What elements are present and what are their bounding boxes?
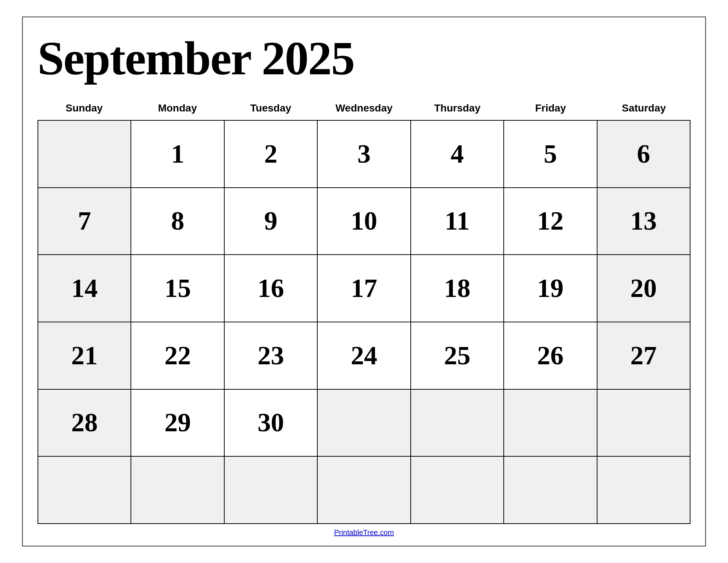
calendar-day-22: 22 [131, 322, 224, 390]
calendar-day-10: 10 [318, 188, 411, 255]
calendar-day-4: 4 [411, 121, 504, 188]
date-number: 15 [164, 273, 191, 304]
date-number: 26 [537, 340, 564, 371]
day-header-thursday: Thursday [411, 99, 504, 117]
calendar-day-13: 13 [597, 188, 690, 255]
calendar-day-14: 14 [38, 255, 131, 322]
calendar-day-30: 30 [225, 390, 318, 457]
date-number: 24 [351, 340, 377, 371]
calendar-grid: 1234567891011121314151617181920212223242… [38, 120, 690, 524]
day-header-saturday: Saturday [597, 99, 690, 117]
calendar-day-15: 15 [131, 255, 224, 322]
day-header-tuesday: Tuesday [224, 99, 317, 117]
calendar-day-6: 6 [597, 121, 690, 188]
calendar-day-20: 20 [597, 255, 690, 322]
calendar-day-9: 9 [225, 188, 318, 255]
footer-link[interactable]: PrintableTree.com [334, 528, 394, 537]
calendar-day-empty [131, 457, 224, 524]
calendar-day-empty [225, 457, 318, 524]
calendar-day-28: 28 [38, 390, 131, 457]
calendar-day-11: 11 [411, 188, 504, 255]
calendar-day-empty [504, 457, 597, 524]
day-header-friday: Friday [504, 99, 597, 117]
date-number: 20 [630, 273, 657, 304]
calendar-day-3: 3 [318, 121, 411, 188]
date-number: 2 [264, 139, 278, 169]
date-number: 17 [351, 273, 377, 304]
calendar-day-12: 12 [504, 188, 597, 255]
calendar-day-17: 17 [318, 255, 411, 322]
calendar-day-1: 1 [131, 121, 224, 188]
date-number: 4 [450, 139, 464, 169]
date-number: 13 [630, 206, 657, 236]
footer: PrintableTree.com [38, 524, 690, 538]
calendar-title: September 2025 [38, 28, 690, 99]
calendar-day-29: 29 [131, 390, 224, 457]
calendar-day-25: 25 [411, 322, 504, 390]
date-number: 10 [351, 206, 377, 236]
date-number: 21 [71, 340, 98, 371]
calendar-day-18: 18 [411, 255, 504, 322]
date-number: 29 [164, 407, 191, 438]
date-number: 27 [630, 340, 657, 371]
date-number: 16 [258, 273, 284, 304]
date-number: 11 [445, 206, 470, 236]
calendar-day-empty [597, 390, 690, 457]
date-number: 19 [537, 273, 564, 304]
date-number: 3 [357, 139, 371, 169]
date-number: 8 [171, 206, 184, 236]
date-number: 1 [171, 139, 184, 169]
calendar-day-19: 19 [504, 255, 597, 322]
calendar-day-empty [38, 457, 131, 524]
date-number: 30 [258, 407, 284, 438]
date-number: 9 [264, 206, 278, 236]
calendar-day-21: 21 [38, 322, 131, 390]
date-number: 5 [544, 139, 557, 169]
date-number: 22 [164, 340, 191, 371]
calendar-day-empty [411, 390, 504, 457]
calendar-day-23: 23 [225, 322, 318, 390]
date-number: 6 [637, 139, 650, 169]
day-header-wednesday: Wednesday [317, 99, 411, 117]
calendar-day-empty [504, 390, 597, 457]
date-number: 7 [78, 206, 91, 236]
calendar-day-7: 7 [38, 188, 131, 255]
calendar-day-empty [597, 457, 690, 524]
date-number: 25 [444, 340, 470, 371]
calendar-day-27: 27 [597, 322, 690, 390]
date-number: 23 [258, 340, 284, 371]
calendar-day-2: 2 [225, 121, 318, 188]
date-number: 28 [71, 407, 98, 438]
calendar-day-empty [411, 457, 504, 524]
calendar-day-26: 26 [504, 322, 597, 390]
calendar-day-empty [318, 457, 411, 524]
date-number: 14 [71, 273, 98, 304]
calendar-day-8: 8 [131, 188, 224, 255]
calendar-day-16: 16 [225, 255, 318, 322]
day-headers-row: SundayMondayTuesdayWednesdayThursdayFrid… [38, 99, 690, 120]
calendar-day-empty [38, 121, 131, 188]
calendar-day-24: 24 [318, 322, 411, 390]
calendar-container: September 2025 SundayMondayTuesdayWednes… [22, 17, 706, 546]
day-header-monday: Monday [131, 99, 224, 117]
calendar-day-empty [318, 390, 411, 457]
date-number: 12 [537, 206, 564, 236]
calendar-day-5: 5 [504, 121, 597, 188]
date-number: 18 [444, 273, 470, 304]
day-header-sunday: Sunday [38, 99, 131, 117]
